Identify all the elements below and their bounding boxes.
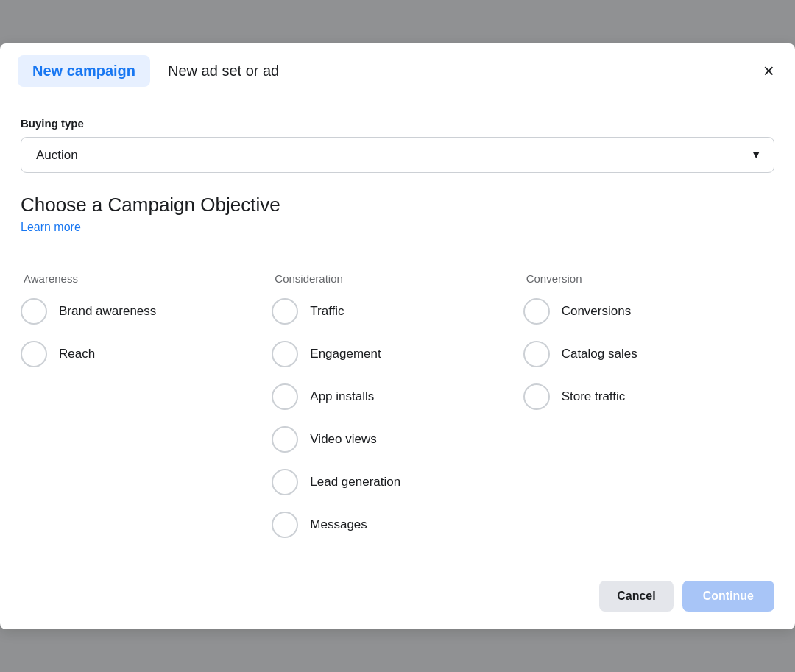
objectives-grid: Awareness Brand awareness Reach Consider… (21, 272, 774, 554)
brand-awareness-radio[interactable] (21, 298, 47, 325)
engagement-radio[interactable] (272, 341, 298, 367)
buying-type-select-wrapper: Auction Reach and Frequency TRP Buying ▼ (21, 137, 774, 173)
reach-radio[interactable] (21, 341, 47, 367)
consideration-column: Consideration Traffic Engagement App ins… (272, 272, 523, 554)
learn-more-link[interactable]: Learn more (21, 221, 81, 234)
messages-label: Messages (310, 517, 367, 532)
awareness-column-header: Awareness (21, 272, 260, 285)
brand-awareness-option[interactable]: Brand awareness (21, 298, 260, 325)
modal-header: New campaign New ad set or ad × (0, 43, 795, 99)
store-traffic-option[interactable]: Store traffic (523, 383, 774, 410)
store-traffic-label: Store traffic (562, 389, 626, 404)
modal-overlay: New campaign New ad set or ad × Buying t… (0, 0, 795, 672)
messages-option[interactable]: Messages (272, 512, 511, 538)
engagement-option[interactable]: Engagement (272, 341, 511, 367)
cancel-button[interactable]: Cancel (599, 581, 673, 612)
video-views-option[interactable]: Video views (272, 426, 511, 453)
reach-label: Reach (59, 347, 95, 361)
engagement-label: Engagement (310, 347, 381, 361)
lead-generation-radio[interactable] (272, 469, 298, 495)
reach-option[interactable]: Reach (21, 341, 260, 367)
modal-body: Buying type Auction Reach and Frequency … (0, 99, 795, 569)
awareness-column: Awareness Brand awareness Reach (21, 272, 272, 554)
video-views-radio[interactable] (272, 426, 298, 453)
tab-new-ad-set[interactable]: New ad set or ad (168, 63, 279, 79)
conversions-option[interactable]: Conversions (523, 298, 774, 325)
consideration-column-header: Consideration (272, 272, 511, 285)
messages-radio[interactable] (272, 512, 298, 538)
brand-awareness-label: Brand awareness (59, 304, 156, 319)
section-title: Choose a Campaign Objective (21, 194, 774, 216)
campaign-modal: New campaign New ad set or ad × Buying t… (0, 43, 795, 629)
app-installs-radio[interactable] (272, 383, 298, 410)
conversions-radio[interactable] (523, 298, 550, 325)
traffic-radio[interactable] (272, 298, 298, 325)
store-traffic-radio[interactable] (523, 383, 550, 410)
app-installs-option[interactable]: App installs (272, 383, 511, 410)
lead-generation-option[interactable]: Lead generation (272, 469, 511, 495)
continue-button[interactable]: Continue (682, 581, 774, 612)
app-installs-label: App installs (310, 389, 374, 404)
modal-footer: Cancel Continue (0, 569, 795, 629)
traffic-option[interactable]: Traffic (272, 298, 511, 325)
catalog-sales-label: Catalog sales (562, 347, 637, 361)
close-button[interactable]: × (757, 58, 780, 83)
catalog-sales-option[interactable]: Catalog sales (523, 341, 774, 367)
traffic-label: Traffic (310, 304, 344, 319)
conversions-label: Conversions (562, 304, 632, 319)
video-views-label: Video views (310, 432, 376, 447)
conversion-column-header: Conversion (523, 272, 774, 285)
buying-type-select[interactable]: Auction Reach and Frequency TRP Buying (21, 137, 774, 173)
conversion-column: Conversion Conversions Catalog sales Sto… (523, 272, 774, 554)
catalog-sales-radio[interactable] (523, 341, 550, 367)
buying-type-label: Buying type (21, 117, 774, 130)
lead-generation-label: Lead generation (310, 475, 400, 489)
tab-new-campaign[interactable]: New campaign (18, 55, 150, 87)
